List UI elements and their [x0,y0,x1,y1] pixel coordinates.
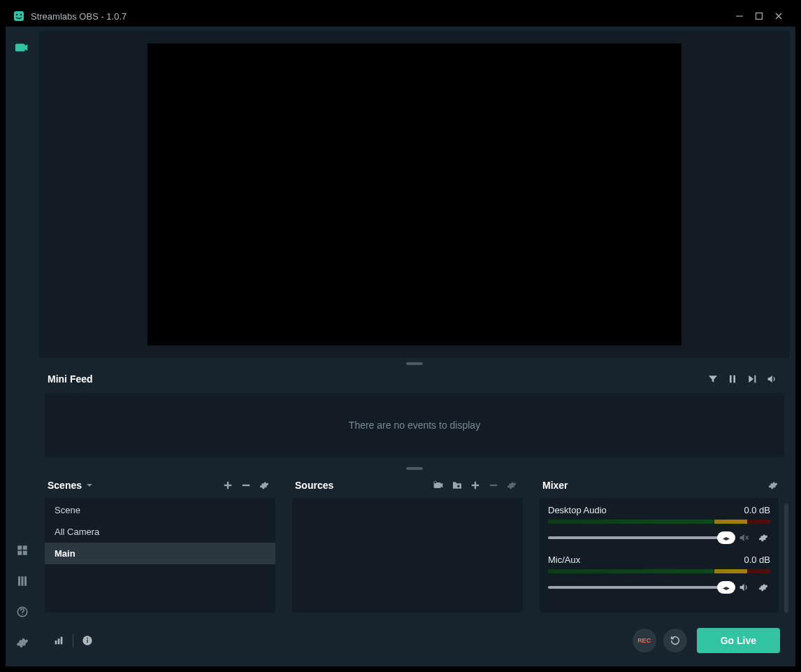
mixer-track-db: 0.0 dB [744,505,770,515]
svg-rect-31 [87,640,87,643]
svg-rect-4 [756,13,763,20]
svg-point-13 [22,614,23,615]
footer: REC Go Live [39,624,790,657]
svg-rect-10 [22,576,24,586]
sidebar-settings-button[interactable] [8,629,36,657]
svg-rect-14 [730,376,732,383]
volume-slider[interactable]: ◂▸ [548,536,731,539]
audio-meter [548,520,770,524]
sidebar-help-button[interactable] [8,598,36,626]
record-label: REC [637,637,651,644]
svg-rect-28 [58,638,60,644]
sidebar-layout-button[interactable] [8,567,36,595]
minifeed-title: Mini Feed [48,373,93,385]
mixer-track: Desktop Audio0.0 dB◂▸ [548,505,770,545]
app-icon [13,10,25,22]
footer-divider [73,634,73,647]
svg-rect-29 [61,637,63,645]
minifeed-panel: Mini Feed [39,365,790,463]
svg-rect-3 [736,16,743,17]
titlebar: Streamlabs OBS - 1.0.7 [6,6,795,27]
svg-point-20 [434,482,436,484]
scene-list: SceneAll CameraMain [45,498,275,613]
minimize-button[interactable] [730,6,749,26]
scene-item[interactable]: Scene [45,499,275,521]
scenes-dropdown-icon[interactable] [86,480,93,491]
scene-item[interactable]: All Camera [45,521,275,543]
mixer-track-settings-button[interactable] [756,531,770,545]
mute-button[interactable] [737,531,751,545]
maximize-button[interactable] [749,6,769,26]
mixer-track-db: 0.0 dB [744,555,770,565]
sidebar [6,27,39,666]
svg-rect-19 [243,485,250,486]
mixer-track: Mic/Aux0.0 dB◂▸ [548,555,770,594]
minifeed-volume-button[interactable] [762,369,781,389]
svg-rect-0 [14,11,24,21]
sources-folder-button[interactable] [449,477,466,494]
sources-webcam-button[interactable] [431,477,447,494]
app-title: Streamlabs OBS - 1.0.7 [31,11,127,22]
mixer-title: Mixer [542,480,568,491]
mixer-track-settings-button[interactable] [756,580,770,594]
svg-point-1 [16,14,17,15]
svg-rect-7 [17,551,22,555]
svg-rect-11 [24,576,27,586]
svg-rect-27 [55,641,57,644]
audio-meter [548,569,770,573]
footer-stats-button[interactable] [49,631,68,650]
svg-rect-23 [457,486,460,487]
svg-rect-25 [472,485,479,486]
minifeed-empty-text: There are no events to display [349,420,480,431]
mixer-track-name: Desktop Audio [548,505,607,515]
mixer-settings-button[interactable] [765,477,781,494]
slider-knob[interactable]: ◂▸ [717,581,735,594]
replay-buffer-button[interactable] [663,629,687,652]
sidebar-editor-button[interactable] [8,34,36,62]
svg-rect-26 [490,485,498,486]
slider-knob[interactable]: ◂▸ [717,531,735,544]
svg-rect-8 [23,551,27,555]
scenes-remove-button[interactable] [238,477,254,494]
sources-panel: Sources [287,471,528,618]
scenes-settings-button[interactable] [256,477,273,494]
scenes-add-button[interactable] [219,477,236,494]
minifeed-pause-button[interactable] [723,369,742,389]
svg-point-2 [20,14,22,15]
svg-rect-9 [18,576,20,586]
svg-rect-18 [224,485,232,486]
mute-button[interactable] [737,580,751,594]
scene-item[interactable]: Main [45,543,275,564]
mixer-scrollbar[interactable] [784,503,788,613]
minifeed-skip-button[interactable] [742,369,762,389]
sources-settings-button[interactable] [503,477,520,494]
mixer-body: Desktop Audio0.0 dB◂▸Mic/Aux0.0 dB◂▸ [540,498,779,613]
minifeed-filter-button[interactable] [703,369,723,389]
sources-add-button[interactable] [467,477,484,494]
go-live-button[interactable]: Go Live [697,628,780,653]
record-button[interactable]: REC [633,629,656,652]
sources-title: Sources [295,480,333,491]
footer-info-button[interactable] [78,631,97,650]
preview-area [39,31,790,358]
svg-rect-15 [733,376,735,383]
minifeed-body: There are no events to display [45,393,784,457]
mixer-track-name: Mic/Aux [548,555,580,565]
source-list [292,498,523,613]
svg-point-32 [87,638,88,639]
volume-slider[interactable]: ◂▸ [548,586,731,589]
mixer-panel: Mixer Desktop Audio0.0 dB◂▸Mic/Aux0.0 dB… [534,471,790,618]
svg-rect-6 [23,545,27,550]
scenes-title: Scenes [48,480,82,491]
close-button[interactable] [769,6,788,26]
scenes-panel: Scenes [39,471,281,618]
sidebar-dashboard-button[interactable] [8,536,36,564]
preview-canvas[interactable] [147,43,681,345]
svg-rect-16 [754,376,756,383]
svg-rect-5 [17,545,22,550]
divider-handle-2[interactable] [406,467,423,470]
sources-remove-button[interactable] [485,477,502,494]
